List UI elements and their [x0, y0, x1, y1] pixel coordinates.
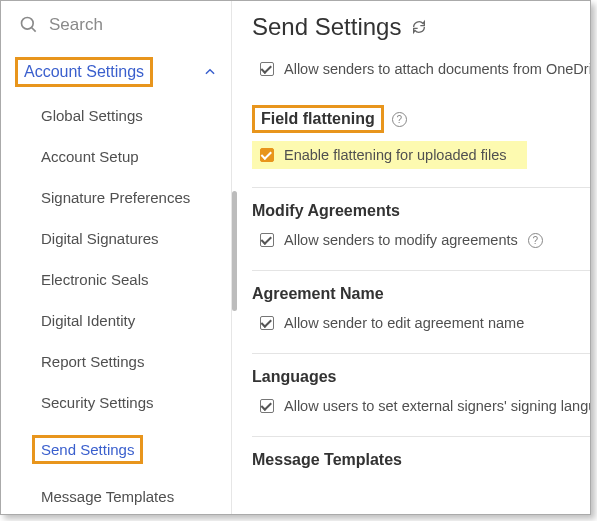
option-enable-flattening[interactable]: Enable flattening for uploaded files	[252, 141, 527, 169]
sidebar-item-electronic-seals[interactable]: Electronic Seals	[1, 259, 231, 300]
section-heading-message-templates: Message Templates	[252, 451, 402, 469]
svg-point-0	[22, 18, 34, 30]
sidebar-item-digital-signatures[interactable]: Digital Signatures	[1, 218, 231, 259]
sidebar-item-label: Electronic Seals	[41, 271, 149, 288]
option-label: Enable flattening for uploaded files	[284, 147, 507, 163]
sidebar-group-label: Account Settings	[15, 57, 153, 87]
sidebar-item-report-settings[interactable]: Report Settings	[1, 341, 231, 382]
sidebar-item-signature-preferences[interactable]: Signature Preferences	[1, 177, 231, 218]
divider	[252, 270, 590, 271]
sidebar-item-label: Security Settings	[41, 394, 154, 411]
sidebar-item-label: Send Settings	[32, 435, 143, 464]
sidebar-item-label: Report Settings	[41, 353, 144, 370]
sidebar-item-label: Digital Signatures	[41, 230, 159, 247]
divider	[252, 436, 590, 437]
scrollbar-thumb[interactable]	[232, 191, 237, 311]
sidebar-item-label: Digital Identity	[41, 312, 135, 329]
option-attach-onedrive[interactable]: Allow senders to attach documents from O…	[252, 57, 590, 81]
sidebar-item-send-settings[interactable]: Send Settings	[1, 423, 231, 476]
checkbox-icon[interactable]	[260, 316, 274, 330]
sidebar-item-label: Signature Preferences	[41, 189, 190, 206]
page-title: Send Settings	[252, 13, 401, 41]
option-label: Allow senders to modify agreements	[284, 232, 518, 248]
sidebar-item-global-settings[interactable]: Global Settings	[1, 95, 231, 136]
checkbox-icon[interactable]	[260, 148, 274, 162]
help-icon[interactable]: ?	[528, 233, 543, 248]
option-label: Allow users to set external signers' sig…	[284, 398, 590, 414]
option-modify-agreements[interactable]: Allow senders to modify agreements ?	[252, 228, 590, 252]
search-icon	[19, 15, 39, 35]
sidebar-item-account-setup[interactable]: Account Setup	[1, 136, 231, 177]
option-label: Allow sender to edit agreement name	[284, 315, 524, 331]
search-input[interactable]	[49, 15, 215, 35]
sidebar-item-label: Global Settings	[41, 107, 143, 124]
sidebar-item-security-settings[interactable]: Security Settings	[1, 382, 231, 423]
checkbox-icon[interactable]	[260, 233, 274, 247]
refresh-icon[interactable]	[411, 19, 427, 35]
divider	[252, 353, 590, 354]
section-heading-agreement-name: Agreement Name	[252, 285, 384, 303]
search-field[interactable]	[1, 1, 231, 45]
checkbox-icon[interactable]	[260, 399, 274, 413]
section-heading-field-flattening: Field flattening	[252, 105, 384, 133]
sidebar-item-message-templates[interactable]: Message Templates	[1, 476, 231, 515]
content-panel: Send Settings Allow senders to attach do…	[232, 1, 590, 514]
sidebar: Account Settings Global Settings Account…	[1, 1, 232, 514]
sidebar-item-label: Account Setup	[41, 148, 139, 165]
checkbox-icon[interactable]	[260, 62, 274, 76]
section-heading-languages: Languages	[252, 368, 336, 386]
divider	[252, 187, 590, 188]
option-edit-agreement-name[interactable]: Allow sender to edit agreement name	[252, 311, 590, 335]
chevron-up-icon	[203, 65, 217, 79]
option-label: Allow senders to attach documents from O…	[284, 61, 590, 77]
section-heading-modify-agreements: Modify Agreements	[252, 202, 400, 220]
help-icon[interactable]: ?	[392, 112, 407, 127]
sidebar-item-digital-identity[interactable]: Digital Identity	[1, 300, 231, 341]
option-external-signer-language[interactable]: Allow users to set external signers' sig…	[252, 394, 590, 418]
svg-line-1	[32, 28, 36, 32]
sidebar-group-account-settings[interactable]: Account Settings	[1, 49, 231, 95]
sidebar-item-label: Message Templates	[41, 488, 174, 505]
